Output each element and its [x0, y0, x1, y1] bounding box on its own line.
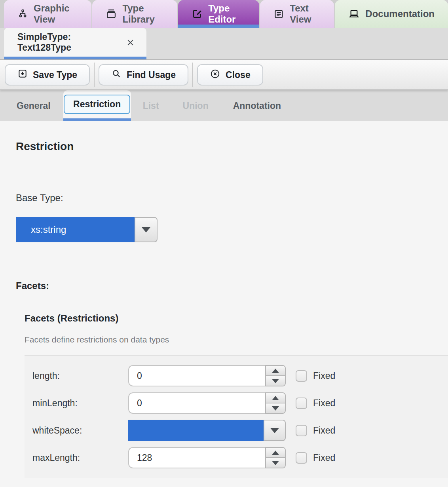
document-tab-simpletype-text128type[interactable]: SimpleType: Text128Type — [4, 28, 146, 59]
base-type-dropdown[interactable]: xs:string — [16, 217, 158, 242]
triangle-up-icon — [272, 451, 279, 455]
tab-label: Documentation — [365, 8, 435, 19]
tab-text-view[interactable]: Text View — [260, 0, 334, 28]
chevron-down-icon — [142, 227, 150, 232]
tab-label: Type Editor — [208, 3, 246, 25]
close-tab-icon[interactable] — [125, 38, 135, 48]
text-document-icon — [273, 9, 284, 19]
save-type-label: Save Type — [33, 70, 77, 80]
find-usage-button[interactable]: Find Usage — [99, 64, 188, 86]
spinner-down-button[interactable] — [266, 403, 285, 413]
maxlength-stepper — [128, 447, 286, 468]
facets-label: Facets: — [16, 280, 448, 291]
toolbar-separator — [192, 63, 193, 87]
tab-label: Graphic View — [34, 3, 78, 25]
find-usage-label: Find Usage — [127, 70, 176, 80]
triangle-down-icon — [272, 461, 279, 465]
close-button[interactable]: Close — [197, 64, 263, 86]
save-type-button[interactable]: Save Type — [5, 64, 90, 86]
length-label: length: — [25, 371, 128, 381]
spinner-up-button[interactable] — [266, 393, 285, 403]
minlength-label: minLength: — [25, 398, 128, 409]
tab-label: Type Library — [122, 3, 164, 25]
minlength-spinner — [265, 392, 286, 414]
close-circle-icon — [210, 68, 220, 82]
length-input-wrap — [128, 365, 265, 386]
facet-row-minlength: minLength: Fixed — [25, 392, 448, 414]
search-icon — [111, 68, 121, 81]
triangle-down-icon — [272, 406, 279, 411]
base-type-dropdown-button[interactable] — [135, 217, 158, 242]
archive-box-icon — [106, 8, 117, 19]
spinner-down-button[interactable] — [266, 458, 285, 468]
fixed-label: Fixed — [313, 453, 335, 463]
document-tab-bar: SimpleType: Text128Type — [0, 28, 448, 60]
toolbar: Save Type Find Usage Close — [0, 60, 448, 90]
whitespace-dropdown-button[interactable] — [264, 420, 286, 441]
tab-general[interactable]: General — [17, 101, 51, 111]
base-type-label: Base Type: — [16, 192, 448, 204]
spinner-up-button[interactable] — [266, 448, 285, 458]
length-stepper — [128, 365, 286, 386]
fixed-label: Fixed — [313, 425, 335, 436]
facet-row-whitespace: whiteSpace: Fixed — [25, 420, 448, 441]
tab-restriction[interactable]: Restriction — [63, 90, 131, 121]
spinner-up-button[interactable] — [266, 366, 285, 376]
tab-label: Text View — [290, 3, 321, 25]
fixed-label: Fixed — [313, 398, 335, 409]
facets-section-subtitle: Facets define restrictions on data types — [25, 335, 448, 344]
whitespace-value — [128, 420, 264, 441]
hierarchy-icon — [17, 9, 28, 19]
length-input[interactable] — [129, 371, 265, 381]
laptop-icon — [348, 8, 360, 20]
tab-graphic-view[interactable]: Graphic View — [4, 0, 91, 28]
whitespace-dropdown[interactable] — [128, 420, 286, 441]
editor-tab-bar: General Restriction List Union Annotatio… — [0, 90, 448, 121]
restriction-panel: Restriction Base Type: xs:string Facets:… — [0, 121, 448, 486]
minlength-input-wrap — [128, 392, 265, 414]
close-label: Close — [226, 70, 251, 80]
save-icon — [17, 68, 28, 81]
toolbar-separator — [94, 63, 95, 87]
facet-row-length: length: Fixed — [25, 365, 448, 386]
spinner-down-button[interactable] — [266, 376, 285, 386]
minlength-stepper — [128, 392, 286, 414]
chevron-down-icon — [270, 428, 279, 433]
tab-union: Union — [183, 101, 209, 111]
maxlength-label: maxLength: — [25, 453, 128, 463]
edit-icon — [192, 8, 203, 19]
facets-table: length: Fixed minLength: — [25, 356, 448, 478]
whitespace-fixed-checkbox[interactable] — [296, 425, 307, 436]
document-tab-title: SimpleType: Text128Type — [17, 32, 119, 53]
page-title: Restriction — [16, 140, 448, 153]
tab-restriction-label: Restriction — [64, 95, 130, 114]
facet-row-maxlength: maxLength: Fixed — [25, 447, 448, 468]
triangle-down-icon — [272, 379, 279, 383]
length-spinner — [265, 365, 286, 386]
whitespace-label: whiteSpace: — [25, 425, 128, 436]
fixed-label: Fixed — [313, 371, 335, 381]
maxlength-input-wrap — [128, 447, 265, 468]
length-fixed-checkbox[interactable] — [296, 370, 307, 382]
facets-section-title: Facets (Restrictions) — [25, 313, 448, 324]
triangle-up-icon — [272, 369, 279, 373]
tab-annotation[interactable]: Annotation — [233, 101, 281, 111]
tab-type-library[interactable]: Type Library — [92, 0, 177, 28]
tab-documentation[interactable]: Documentation — [335, 0, 448, 28]
maxlength-input[interactable] — [129, 453, 265, 463]
tab-type-editor[interactable]: Type Editor — [178, 0, 259, 28]
main-tab-bar: Graphic View Type Library Type Editor Te… — [0, 0, 448, 28]
facets-section: Facets (Restrictions) Facets define rest… — [25, 313, 448, 478]
base-type-value: xs:string — [16, 217, 135, 242]
minlength-input[interactable] — [129, 398, 265, 409]
minlength-fixed-checkbox[interactable] — [296, 398, 307, 409]
triangle-up-icon — [272, 396, 279, 400]
maxlength-spinner — [265, 447, 286, 468]
maxlength-fixed-checkbox[interactable] — [296, 452, 307, 464]
tab-list: List — [143, 101, 159, 111]
